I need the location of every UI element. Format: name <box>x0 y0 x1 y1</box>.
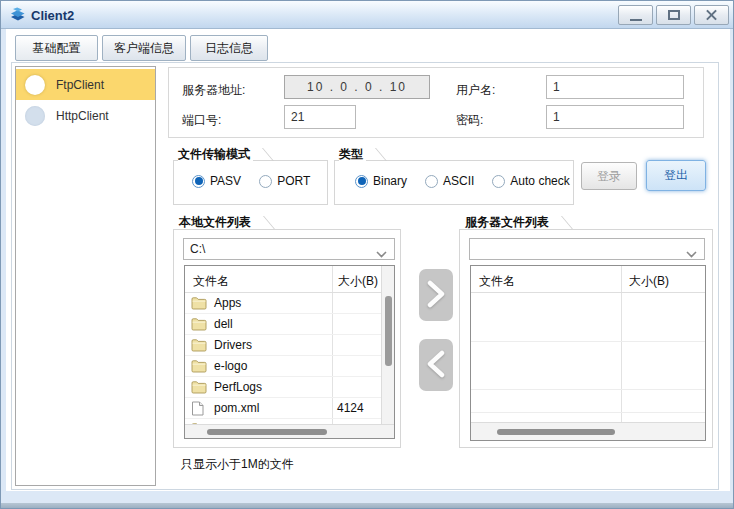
password-label: 密码: <box>456 112 483 129</box>
file-row[interactable]: Drivers <box>185 335 382 356</box>
file-name: PerfLogs <box>214 380 262 394</box>
upload-button[interactable] <box>419 269 453 321</box>
port-label: 端口号: <box>182 112 221 129</box>
window-title: Client2 <box>31 8 74 23</box>
empty-row-line <box>471 389 705 390</box>
file-name: pom.xml <box>214 401 259 415</box>
username-label: 用户名: <box>456 82 495 99</box>
minimize-button[interactable] <box>618 5 653 25</box>
arrow-left-icon <box>425 348 447 383</box>
radio-option[interactable]: PORT <box>259 174 310 188</box>
file-name: Drivers <box>214 338 252 352</box>
sidebar-item-label: HttpClient <box>56 109 109 123</box>
server-file-table: 文件名 大小(B) <box>470 265 706 441</box>
client-window: Client2 基础配置 客户端信息 日志信息 FtpClient HttpCl… <box>0 0 734 509</box>
file-row[interactable]: PerfLogs <box>185 377 382 398</box>
server-address-label: 服务器地址: <box>182 82 245 99</box>
file-name: dell <box>214 317 233 331</box>
arrow-right-icon <box>425 278 447 313</box>
app-icon <box>9 6 26 27</box>
horizontal-scrollbar-thumb[interactable] <box>497 429 615 435</box>
local-path-value: C:\ <box>190 242 205 256</box>
radio-option[interactable]: PASV <box>192 174 241 188</box>
file-row[interactable]: e-logo <box>185 356 382 377</box>
transfer-mode-legend: 文件传输模式 <box>178 147 253 161</box>
logout-button[interactable]: 登出 <box>646 160 706 191</box>
horizontal-scrollbar[interactable] <box>471 422 705 440</box>
server-file-rows <box>471 292 706 423</box>
radio-icon[interactable] <box>192 175 205 188</box>
server-col-size: 大小(B) <box>629 273 669 290</box>
vertical-scrollbar[interactable] <box>381 266 394 424</box>
close-icon <box>705 9 718 22</box>
type-options: Binary ASCII Auto check <box>355 174 588 188</box>
client-status-icon <box>25 75 45 95</box>
radio-option[interactable]: Auto check <box>492 174 569 188</box>
vertical-scrollbar-thumb[interactable] <box>385 296 392 366</box>
radio-icon[interactable] <box>259 175 272 188</box>
file-row[interactable]: pom.xml 4124 <box>185 398 382 419</box>
size-limit-note: 只显示小于1M的文件 <box>181 456 294 473</box>
radio-label: PORT <box>277 174 310 188</box>
folder-icon <box>191 359 208 373</box>
local-files-legend: 本地文件列表 <box>179 215 254 229</box>
window-frame-bottom <box>1 503 733 508</box>
local-file-table: 文件名 大小(B) Apps <box>184 265 395 439</box>
server-address-input[interactable]: 10 . 0 . 0 . 10 <box>284 75 430 99</box>
file-size: 4124 <box>337 401 364 415</box>
titlebar[interactable]: Client2 <box>1 1 733 29</box>
maximize-button[interactable] <box>656 5 691 25</box>
folder-icon <box>191 380 208 394</box>
chevron-down-icon <box>376 247 387 261</box>
tab-client-info[interactable]: 客户端信息 <box>102 35 186 61</box>
transfer-mode-options: PASV PORT <box>192 174 328 188</box>
port-input[interactable]: 21 <box>284 105 356 129</box>
folder-icon <box>191 338 208 352</box>
username-input[interactable]: 1 <box>546 75 684 99</box>
minimize-icon <box>630 19 642 21</box>
local-file-rows: Apps dell <box>185 292 382 426</box>
client-type-list: FtpClient HttpClient <box>15 66 156 486</box>
radio-option[interactable]: ASCII <box>425 174 474 188</box>
server-path-combobox[interactable] <box>469 238 705 260</box>
server-col-filename: 文件名 <box>479 273 515 290</box>
radio-icon[interactable] <box>355 175 368 188</box>
tab-log-info[interactable]: 日志信息 <box>190 35 268 61</box>
file-row[interactable]: Apps <box>185 293 382 314</box>
client-status-icon <box>25 106 45 126</box>
chevron-down-icon <box>686 247 697 261</box>
close-button[interactable] <box>694 5 729 25</box>
file-name: e-logo <box>214 359 247 373</box>
download-button[interactable] <box>419 339 453 391</box>
login-button[interactable]: 登录 <box>581 162 637 190</box>
sidebar-item-label: FtpClient <box>56 78 104 92</box>
folder-icon <box>191 296 208 310</box>
maximize-icon <box>668 10 680 20</box>
file-icon <box>191 401 208 416</box>
horizontal-scrollbar[interactable] <box>185 424 394 438</box>
radio-label: ASCII <box>443 174 474 188</box>
radio-label: Binary <box>373 174 407 188</box>
sidebar-item[interactable]: FtpClient <box>16 69 155 100</box>
radio-icon[interactable] <box>492 175 505 188</box>
horizontal-scrollbar-thumb[interactable] <box>207 429 327 435</box>
type-legend: 类型 <box>339 147 366 161</box>
folder-icon <box>191 317 208 331</box>
local-path-combobox[interactable]: C:\ <box>183 238 395 260</box>
file-name: Apps <box>214 296 241 310</box>
local-col-size: 大小(B) <box>338 273 378 290</box>
sidebar-item[interactable]: HttpClient <box>16 100 155 131</box>
empty-row-line <box>471 341 705 342</box>
radio-option[interactable]: Binary <box>355 174 407 188</box>
password-input[interactable]: 1 <box>546 105 684 129</box>
server-files-legend: 服务器文件列表 <box>465 215 552 229</box>
empty-row-line <box>471 412 705 413</box>
tab-basic-config[interactable]: 基础配置 <box>15 35 98 61</box>
local-col-filename: 文件名 <box>193 273 229 290</box>
radio-label: PASV <box>210 174 241 188</box>
radio-icon[interactable] <box>425 175 438 188</box>
radio-label: Auto check <box>510 174 569 188</box>
file-row[interactable]: dell <box>185 314 382 335</box>
